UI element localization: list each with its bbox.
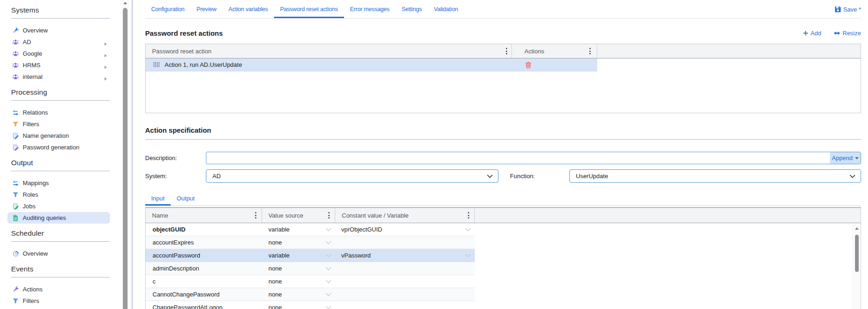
value-source-cell[interactable]: none	[262, 239, 335, 246]
value-source-cell[interactable]: none	[262, 278, 335, 285]
tab-validation[interactable]: Validation	[428, 0, 464, 18]
chevron-down-icon	[849, 174, 855, 178]
tab-bar: ConfigurationPreviewAction variablesPass…	[145, 0, 861, 19]
add-button[interactable]: Add	[803, 30, 821, 37]
value-source-cell[interactable]: none	[262, 304, 335, 309]
parameter-name-cell: ChangePasswordAtLogon	[146, 304, 262, 309]
column-header-name[interactable]: Name	[146, 208, 262, 223]
sidebar-section-title: Systems	[0, 6, 121, 15]
tab-preview[interactable]: Preview	[191, 0, 223, 18]
sidebar-item-label: Password generation	[23, 144, 79, 151]
sidebar-item-hrms[interactable]: HRMS	[7, 59, 110, 71]
sidebar-item-mappings[interactable]: Mappings	[7, 177, 110, 189]
sidebar-item-label: Relations	[23, 109, 48, 116]
sidebar-item-overview[interactable]: Overview	[7, 25, 110, 36]
sidebar-section-title: Scheduler	[0, 229, 121, 238]
parameters-scrollbar[interactable]	[853, 224, 860, 309]
system-function-row: System: AD Function: UserUpdate	[145, 169, 861, 183]
column-header-const[interactable]: Constant value / Variable	[335, 208, 475, 223]
sidebar-item-jobs[interactable]: Jobs	[7, 200, 110, 212]
io-tab-output[interactable]: Output	[171, 195, 201, 206]
sidebar-item-filters[interactable]: Filters	[7, 295, 110, 307]
chevron-down-icon	[326, 280, 332, 283]
tab-settings[interactable]: Settings	[396, 0, 428, 18]
column-menu-icon[interactable]	[505, 48, 507, 54]
sidebar-item-actions[interactable]: Actions	[7, 283, 110, 295]
sidebar-item-google[interactable]: Google	[7, 48, 110, 59]
constant-value-cell[interactable]: vprObjectGUID	[335, 226, 475, 233]
parameter-name-cell: objectGUID	[146, 226, 262, 233]
scroll-up-icon[interactable]	[855, 227, 859, 230]
column-menu-icon[interactable]	[467, 212, 469, 219]
chevron-right-icon[interactable]	[104, 40, 107, 44]
save-button[interactable]: Save *	[835, 0, 861, 19]
sidebar-scrollbar[interactable]	[121, 0, 129, 309]
column-header-action[interactable]: Password reset action	[146, 44, 512, 58]
column-header-source-label: Value source	[268, 212, 303, 219]
parameter-row-accountpassword[interactable]: accountPasswordvariablevPassword	[146, 249, 475, 262]
chevron-right-icon[interactable]	[104, 52, 107, 56]
parameter-name-cell: adminDescription	[146, 265, 262, 272]
parameters-scrollbar-thumb[interactable]	[855, 235, 859, 272]
wrench-purple-icon	[12, 286, 19, 293]
plus-icon	[803, 31, 808, 36]
resize-button[interactable]: Resize	[834, 30, 861, 37]
parameter-row-cannotchangepassword[interactable]: CannotChangePasswordnone	[146, 288, 475, 301]
tab-error-messages[interactable]: Error messages	[344, 0, 396, 18]
column-menu-icon[interactable]	[589, 48, 591, 54]
trash-icon[interactable]	[525, 62, 531, 68]
action-cell: Action 1, run AD.UserUpdate	[146, 61, 512, 68]
actions-cell	[512, 62, 597, 68]
sidebar-item-password-generation[interactable]: Password generation	[7, 142, 110, 153]
description-input-wrap: Append	[206, 152, 861, 164]
tab-action-variables[interactable]: Action variables	[223, 0, 274, 18]
column-header-source[interactable]: Value source	[262, 208, 335, 223]
sidebar-item-label: Auditing queries	[23, 214, 66, 221]
io-tab-input[interactable]: Input	[145, 195, 171, 206]
sidebar-item-label: Roles	[23, 191, 38, 198]
value-source-cell[interactable]: variable	[262, 226, 335, 233]
sidebar-item-roles[interactable]: Roles	[7, 189, 110, 200]
system-select[interactable]: AD	[206, 169, 498, 183]
append-button[interactable]: Append	[830, 152, 861, 164]
parameter-row-changepasswordatlogon[interactable]: ChangePasswordAtLogonnone	[146, 301, 475, 309]
sidebar-item-name-generation[interactable]: Name generation	[7, 130, 110, 142]
password-reset-action-row[interactable]: Action 1, run AD.UserUpdate	[146, 58, 597, 71]
sidebar-item-label: Jobs	[23, 203, 35, 210]
function-select[interactable]: UserUpdate	[569, 169, 861, 183]
sidebar-item-auditing-queries[interactable]: Auditing queries	[7, 212, 110, 224]
tab-password-reset-actions[interactable]: Password reset actions	[274, 0, 344, 18]
sidebar-item-overview[interactable]: Overview	[7, 248, 110, 259]
sidebar-item-internal[interactable]: internal	[7, 71, 110, 83]
parameter-row-accountexpires[interactable]: accountExpiresnone	[146, 236, 475, 249]
sidebar-item-label: Overview	[23, 27, 48, 34]
description-input[interactable]	[206, 152, 861, 164]
parameter-row-c[interactable]: cnone	[146, 275, 475, 288]
value-source-value: none	[268, 239, 282, 246]
constant-value-cell[interactable]: vPassword	[335, 252, 475, 259]
chevron-right-icon[interactable]	[104, 64, 107, 67]
column-menu-icon[interactable]	[328, 212, 330, 219]
sidebar-section-title: Output	[0, 158, 121, 167]
actions-section-header: Password reset actions Add Resize	[145, 29, 861, 37]
tab-configuration[interactable]: Configuration	[145, 0, 191, 18]
save-label: Save *	[843, 6, 861, 13]
sidebar-item-filters[interactable]: Filters	[7, 118, 110, 130]
sidebar-item-label: Google	[23, 50, 42, 57]
value-source-cell[interactable]: variable	[262, 252, 335, 259]
spec-section-title: Action specification	[145, 126, 211, 134]
chevron-right-icon[interactable]	[104, 75, 107, 79]
wrench-blue-icon	[12, 27, 19, 34]
column-menu-icon[interactable]	[255, 212, 256, 219]
value-source-cell[interactable]: none	[262, 291, 335, 298]
value-source-cell[interactable]: none	[262, 265, 335, 272]
drag-handle-icon[interactable]	[153, 62, 160, 67]
scroll-up-icon[interactable]	[123, 2, 127, 4]
column-header-name-label: Name	[152, 212, 168, 219]
parameter-row-objectguid[interactable]: objectGUIDvariablevprObjectGUID	[146, 223, 475, 236]
column-header-actions[interactable]: Actions	[512, 44, 597, 58]
sidebar-item-ad[interactable]: AD	[7, 36, 110, 48]
parameter-row-admindescription[interactable]: adminDescriptionnone	[146, 262, 475, 275]
sidebar-scrollbar-thumb[interactable]	[123, 8, 128, 309]
sidebar-item-relations[interactable]: Relations	[7, 107, 110, 118]
